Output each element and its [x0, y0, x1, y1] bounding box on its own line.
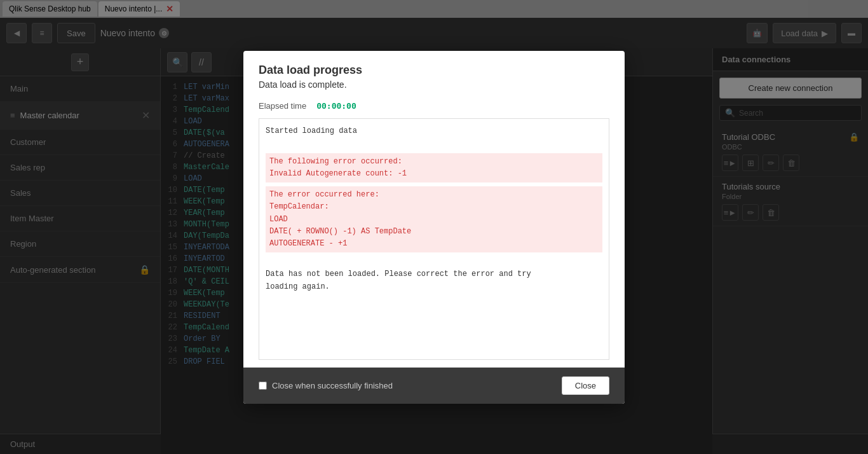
log-error-line-1: The following error occurred:: [269, 156, 599, 168]
log-area: Started loading data The following error…: [259, 118, 609, 360]
log-not-loaded: Data has not been loaded. Please correct…: [266, 268, 602, 292]
elapsed-label: Elapsed time: [259, 101, 306, 111]
close-when-finished-label[interactable]: Close when successfully finished: [259, 381, 393, 390]
modal-footer: Close when successfully finished Close: [243, 368, 625, 404]
log-error-block-1: The following error occurred: Invalid Au…: [266, 153, 602, 182]
log-error-here-1: The error occurred here:: [269, 189, 599, 201]
modal-subtitle: Data load is complete.: [259, 79, 609, 90]
log-error-here-3: LOAD: [269, 214, 599, 226]
log-error-here-4: DATE( + ROWNO() -1) AS TempDate: [269, 226, 599, 238]
log-line-started: Started loading data: [266, 125, 602, 137]
modal-overlay: Data load progress Data load is complete…: [0, 0, 868, 454]
modal-header: Data load progress Data load is complete…: [243, 51, 625, 96]
log-error-here-5: AUTOGENERATE - +1: [269, 238, 599, 250]
close-when-finished-text: Close when successfully finished: [272, 381, 393, 390]
close-button[interactable]: Close: [562, 376, 609, 395]
modal-title: Data load progress: [259, 64, 609, 77]
log-error-block-2: The error occurred here: TempCalendar: L…: [266, 186, 602, 252]
elapsed-row: Elapsed time 00:00:00: [243, 96, 625, 118]
data-load-modal: Data load progress Data load is complete…: [243, 51, 625, 404]
log-error-here-2: TempCalendar:: [269, 201, 599, 213]
log-error-line-2: Invalid Autogenerate count: -1: [269, 168, 599, 180]
footer-left: Close when successfully finished: [259, 381, 393, 390]
elapsed-time: 00:00:00: [316, 101, 356, 111]
close-when-finished-checkbox[interactable]: [259, 382, 267, 390]
